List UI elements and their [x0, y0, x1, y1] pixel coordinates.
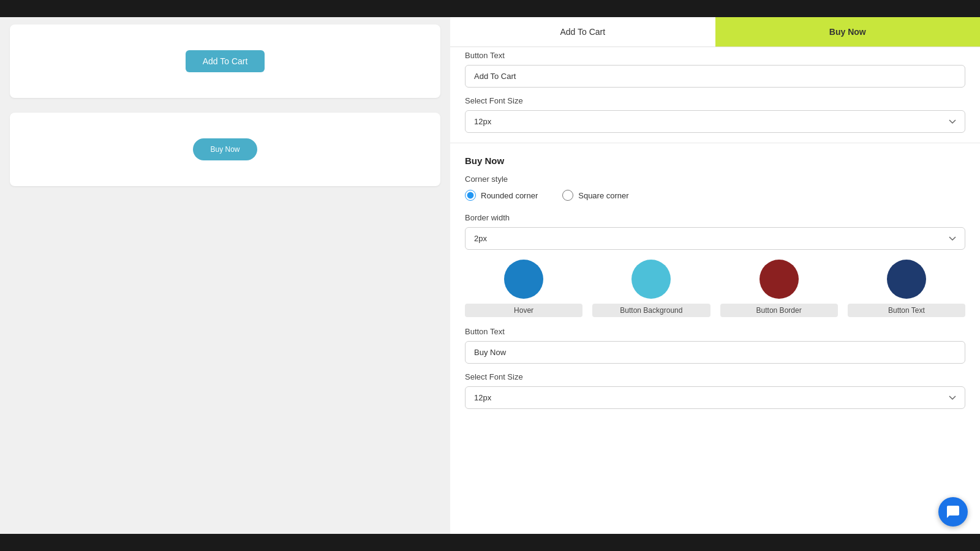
border-width-select[interactable]: 2px 1px 3px 4px — [465, 227, 965, 250]
add-to-cart-config-section: Button Text Select Font Size 12px 14px 1… — [450, 47, 980, 143]
rounded-corner-label: Rounded corner — [481, 191, 538, 200]
corner-style-row: Rounded corner Square corner — [465, 190, 965, 201]
button-background-color-circle[interactable] — [631, 260, 671, 299]
button-text-color-swatch: Button Text — [848, 260, 965, 317]
buy-now-preview-section: Buy Now — [0, 105, 450, 193]
border-width-label: Border width — [465, 213, 965, 222]
hover-color-circle[interactable] — [504, 260, 543, 299]
color-swatches-row: Hover Button Background Button Border Bu… — [465, 260, 965, 317]
tab-buy-now[interactable]: Buy Now — [715, 17, 981, 47]
button-text-color-label: Button Text — [848, 304, 965, 317]
button-border-color-label: Button Border — [720, 304, 838, 317]
left-panel: Add To Cart Buy Now — [0, 0, 450, 551]
border-width-wrapper: 2px 1px 3px 4px — [465, 227, 965, 250]
chat-button[interactable] — [938, 497, 968, 527]
button-text-label-atc: Button Text — [465, 51, 965, 60]
border-width-section: Border width 2px 1px 3px 4px — [465, 213, 965, 250]
font-size-select-atc[interactable]: 12px 14px 16px — [465, 110, 965, 133]
font-size-wrapper-atc: 12px 14px 16px — [465, 110, 965, 133]
buy-now-section-title: Buy Now — [465, 156, 965, 166]
add-to-cart-preview-section: Add To Cart — [0, 17, 450, 105]
button-background-color-label: Button Background — [592, 304, 710, 317]
tab-header: Add To Cart Buy Now — [450, 17, 980, 47]
corner-style-label: Corner style — [465, 174, 965, 184]
tab-add-to-cart[interactable]: Add To Cart — [450, 17, 715, 47]
hover-color-swatch: Hover — [465, 260, 582, 317]
bottom-bar — [0, 534, 980, 551]
font-size-label-bn: Select Font Size — [465, 372, 965, 381]
buy-now-config-section: Buy Now Corner style Rounded corner Squa… — [450, 143, 980, 421]
font-size-select-bn[interactable]: 12px 14px 16px — [465, 386, 965, 409]
font-size-wrapper-bn: 12px 14px 16px — [465, 386, 965, 409]
button-text-section: Button Text — [465, 327, 965, 372]
preview-add-to-cart-button[interactable]: Add To Cart — [186, 50, 265, 72]
square-corner-option[interactable]: Square corner — [562, 190, 628, 201]
button-background-color-swatch: Button Background — [592, 260, 710, 317]
hover-color-label: Hover — [465, 304, 582, 317]
add-to-cart-preview-card: Add To Cart — [10, 24, 440, 98]
rounded-corner-option[interactable]: Rounded corner — [465, 190, 538, 201]
buy-now-preview-card: Buy Now — [10, 113, 440, 186]
preview-buy-now-button[interactable]: Buy Now — [193, 138, 257, 160]
button-border-color-swatch: Button Border — [720, 260, 838, 317]
chat-icon — [946, 504, 960, 519]
button-text-label-bn: Button Text — [465, 327, 965, 336]
right-panel: Add To Cart Buy Now Button Text Select F… — [450, 17, 980, 551]
button-text-input-atc[interactable] — [465, 65, 965, 88]
rounded-corner-radio[interactable] — [465, 190, 476, 201]
square-corner-radio[interactable] — [562, 190, 573, 201]
button-text-color-circle[interactable] — [887, 260, 926, 299]
square-corner-label: Square corner — [578, 191, 628, 200]
button-text-input-bn[interactable] — [465, 341, 965, 364]
button-border-color-circle[interactable] — [760, 260, 799, 299]
top-bar — [0, 0, 980, 17]
font-size-section-bn: Select Font Size 12px 14px 16px — [465, 372, 965, 409]
font-size-label-atc: Select Font Size — [465, 96, 965, 105]
